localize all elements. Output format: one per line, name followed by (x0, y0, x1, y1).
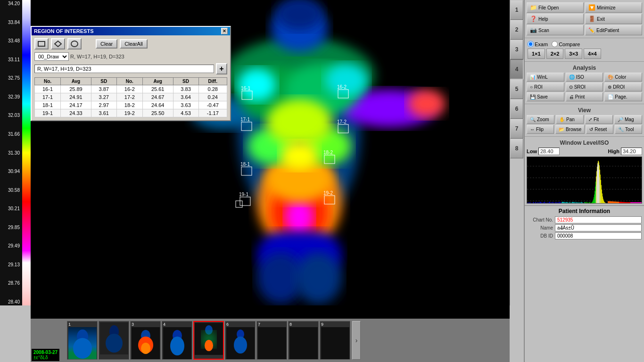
low-value-input[interactable] (538, 148, 560, 155)
thumbnail-bar: 2008-03-27 ±ε°δĿδ 1 (31, 319, 510, 362)
col-no2: No. (116, 78, 142, 85)
window-level-section: Window Level/ISO Low High (525, 137, 644, 206)
svg-text:18-2: 18-2 (323, 150, 333, 155)
thumbnail-9[interactable]: 9 (320, 321, 350, 360)
add-roi-button[interactable]: + (216, 63, 227, 74)
pan-button[interactable]: ✋Pan (556, 115, 584, 124)
side-num-5[interactable]: 5 (510, 79, 523, 99)
db-id-label: DB ID (527, 233, 553, 239)
patient-info-title: Patient Information (527, 208, 642, 214)
table-cell: -1.17 (198, 109, 227, 117)
table-cell: 3.87 (91, 85, 116, 93)
side-num-6[interactable]: 6 (510, 99, 523, 119)
dialog-title-bar[interactable]: REGION OF INTERESTS ✕ (32, 27, 230, 35)
thumbnail-2[interactable] (99, 321, 129, 360)
svg-text:19-1: 19-1 (239, 192, 248, 197)
scale-val-6: 32.03 (0, 113, 21, 118)
winl-button[interactable]: 📊WinL (527, 73, 564, 82)
roi-button[interactable]: ○ROI (527, 82, 564, 91)
compare-radio-label[interactable]: Compare (552, 41, 580, 47)
tool-button[interactable]: 🔧Tool (615, 125, 642, 134)
dialog-close-button[interactable]: ✕ (221, 28, 228, 34)
grid-2x2-button[interactable]: 2×2 (546, 49, 564, 59)
table-cell: 25.61 (142, 85, 173, 93)
zoom-button[interactable]: 🔍Zoom (527, 115, 554, 124)
side-num-7[interactable]: 7 (510, 119, 523, 139)
svg-point-21 (238, 68, 276, 101)
droi-button[interactable]: ⊚DROI (604, 82, 642, 91)
high-value-input[interactable] (621, 148, 642, 155)
thumbnail-5[interactable] (193, 321, 224, 360)
compare-radio[interactable] (552, 41, 558, 47)
scale-val-8: 31.30 (0, 150, 21, 156)
color-button[interactable]: 🎨Color (604, 73, 642, 82)
iso-button[interactable]: 🌐ISO (566, 73, 603, 82)
svg-text:16-1: 16-1 (241, 86, 250, 91)
chart-no-label: Chart No. (527, 217, 553, 222)
svg-text:18-1: 18-1 (240, 162, 250, 167)
thumbnail-6[interactable]: 6 (225, 321, 256, 360)
svg-point-22 (325, 64, 368, 97)
clearall-button[interactable]: ClearAll (120, 39, 148, 49)
table-cell: 24.67 (142, 93, 173, 101)
svg-point-44 (106, 334, 123, 353)
thumbnail-4[interactable]: 4 (162, 321, 192, 360)
thumbnail-8[interactable]: 8 (288, 321, 319, 360)
scale-val-2: 33.48 (0, 38, 21, 43)
grid-4x4-button[interactable]: 4×4 (584, 49, 601, 59)
rect-tool-button[interactable] (34, 38, 49, 49)
exam-radio[interactable] (528, 41, 534, 47)
thumbnail-3[interactable]: 3 (130, 321, 161, 360)
fit-button[interactable]: ⤢Fit (585, 115, 613, 124)
low-label: Low (527, 148, 537, 154)
clear-button[interactable]: Clear (96, 39, 117, 49)
svg-marker-56 (55, 41, 61, 47)
page-button[interactable]: 📄Page. (604, 92, 642, 101)
thumbnail-7[interactable]: 7 (256, 321, 287, 360)
browse-button[interactable]: 📂Browse (555, 125, 585, 134)
thumbnail-1[interactable]: 1 (67, 321, 98, 360)
grid-3x3-button[interactable]: 3×3 (565, 49, 582, 59)
thumbnail-next-arrow[interactable]: › (352, 321, 361, 360)
exam-radio-label[interactable]: Exam (528, 41, 548, 47)
exit-button[interactable]: 🚪 Exit (585, 14, 642, 24)
print-button[interactable]: 🖨Print (566, 92, 603, 101)
save-button[interactable]: 💾Save (527, 92, 564, 101)
file-open-button[interactable]: 📁 File Open (527, 2, 584, 13)
side-num-4[interactable]: 4 (510, 59, 523, 79)
roi-mode-select[interactable]: 00_Draw (34, 52, 69, 61)
flip-button[interactable]: ↔Flip (527, 125, 554, 134)
side-num-1[interactable]: 1 (510, 0, 523, 20)
reset-button[interactable]: ↺Reset (586, 125, 613, 134)
scale-val-11: 30.21 (0, 206, 21, 211)
svg-point-47 (141, 343, 150, 354)
mag-button[interactable]: 🔎Mag (614, 115, 642, 124)
diamond-tool-button[interactable] (51, 38, 65, 49)
scale-val-16: 28.40 (0, 299, 21, 304)
scan-button[interactable]: 📷 Scan (527, 25, 584, 35)
grid-1x1-button[interactable]: 1×1 (528, 49, 545, 59)
side-num-2[interactable]: 2 (510, 20, 523, 40)
circle-tool-button[interactable] (67, 38, 82, 49)
minimize-button[interactable]: 🔽 Minimize (585, 2, 642, 13)
sroi-button[interactable]: ⊙SROI (566, 82, 603, 91)
col-avg1: Avg (61, 78, 91, 85)
scale-labels: 34.20 33.84 33.48 33.11 32.75 32.39 32.0… (0, 0, 21, 305)
color-scale: 34.20 33.84 33.48 33.11 32.75 32.39 32.0… (0, 0, 31, 305)
scale-val-9: 30.94 (0, 169, 21, 174)
table-cell: 17-2 (116, 93, 142, 101)
svg-point-17 (295, 252, 342, 304)
high-label: High (608, 148, 619, 154)
svg-point-23 (281, 141, 318, 170)
col-diff: Diff. (198, 78, 227, 85)
table-cell: -0.47 (198, 101, 227, 109)
table-cell: 18-1 (35, 101, 61, 109)
help-button[interactable]: ❓ Help (527, 14, 584, 24)
svg-text:19-2: 19-2 (323, 190, 333, 196)
side-num-3[interactable]: 3 (510, 40, 523, 59)
edit-patient-button[interactable]: ✏️ EditPatient (585, 25, 642, 35)
patient-info-section: Patient Information Chart No. 512935 Nam… (525, 206, 644, 362)
side-num-8[interactable]: 8 (510, 139, 523, 158)
svg-point-54 (234, 337, 247, 354)
table-cell: 24.17 (61, 101, 91, 109)
